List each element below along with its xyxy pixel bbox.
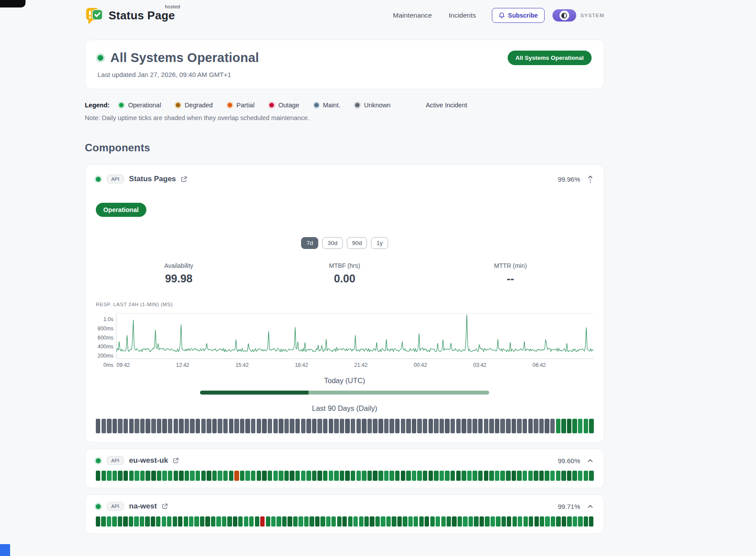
uptime-tick[interactable] [378, 419, 383, 433]
uptime-tick[interactable] [205, 516, 210, 527]
uptime-tick[interactable] [472, 419, 477, 433]
uptime-tick[interactable] [331, 516, 336, 527]
uptime-tick[interactable] [478, 471, 483, 481]
uptime-tick[interactable] [151, 516, 155, 527]
uptime-tick[interactable] [96, 471, 100, 481]
uptime-tick[interactable] [401, 419, 405, 433]
uptime-tick[interactable] [200, 516, 204, 527]
uptime-tick[interactable] [386, 516, 391, 527]
uptime-tick[interactable] [218, 471, 222, 481]
uptime-tick[interactable] [124, 471, 128, 481]
uptime-tick[interactable] [362, 471, 366, 481]
uptime-tick[interactable] [561, 471, 566, 481]
uptime-tick[interactable] [529, 516, 533, 527]
uptime-tick[interactable] [145, 516, 149, 527]
uptime-tick[interactable] [356, 419, 361, 433]
uptime-tick[interactable] [342, 516, 347, 527]
uptime-tick[interactable] [240, 471, 244, 481]
uptime-tick[interactable] [190, 471, 194, 481]
uptime-tick[interactable] [528, 471, 533, 481]
uptime-tick[interactable] [584, 419, 588, 433]
uptime-tick[interactable] [216, 516, 221, 527]
uptime-tick[interactable] [129, 419, 134, 433]
uptime-tick[interactable] [157, 419, 161, 433]
uptime-tick[interactable] [229, 471, 233, 481]
uptime-tick[interactable] [562, 516, 566, 527]
uptime-tick[interactable] [414, 516, 418, 527]
uptime-tick[interactable] [378, 471, 383, 481]
uptime-tick[interactable] [279, 471, 283, 481]
uptime-tick[interactable] [392, 516, 396, 527]
uptime-tick[interactable] [162, 419, 167, 433]
uptime-tick[interactable] [179, 471, 183, 481]
response-time-chart[interactable]: 1.0s800ms600ms400ms200ms0ms [96, 313, 593, 359]
uptime-tick[interactable] [458, 516, 462, 527]
uptime-tick[interactable] [107, 419, 111, 433]
uptime-tick[interactable] [484, 471, 488, 481]
uptime-tick[interactable] [406, 471, 411, 481]
uptime-tick[interactable] [373, 419, 377, 433]
uptime-tick[interactable] [584, 471, 588, 481]
uptime-tick[interactable] [301, 419, 305, 433]
uptime-tick[interactable] [364, 516, 369, 527]
uptime-tick[interactable] [373, 471, 377, 481]
uptime-tick[interactable] [189, 516, 193, 527]
uptime-tick[interactable] [140, 471, 145, 481]
uptime-tick[interactable] [340, 419, 344, 433]
uptime-tick[interactable] [134, 516, 138, 527]
uptime-tick[interactable] [179, 419, 183, 433]
collapse-component-icon[interactable] [587, 176, 593, 183]
uptime-tick[interactable] [572, 471, 577, 481]
uptime-tick[interactable] [381, 516, 385, 527]
uptime-tick[interactable] [534, 419, 538, 433]
uptime-tick[interactable] [317, 471, 322, 481]
uptime-tick[interactable] [506, 419, 510, 433]
uptime-tick[interactable] [257, 471, 261, 481]
uptime-tick[interactable] [298, 516, 303, 527]
uptime-tick[interactable] [178, 516, 182, 527]
uptime-tick[interactable] [207, 419, 211, 433]
uptime-tick[interactable] [550, 471, 555, 481]
uptime-tick[interactable] [423, 419, 427, 433]
uptime-tick[interactable] [523, 471, 527, 481]
uptime-tick[interactable] [401, 471, 405, 481]
uptime-tick[interactable] [96, 516, 100, 527]
uptime-tick[interactable] [118, 471, 122, 481]
uptime-tick[interactable] [495, 419, 499, 433]
uptime-tick[interactable] [320, 516, 325, 527]
uptime-tick[interactable] [436, 516, 440, 527]
uptime-tick[interactable] [96, 419, 100, 433]
uptime-tick[interactable] [451, 419, 455, 433]
uptime-tick[interactable] [134, 471, 139, 481]
uptime-tick[interactable] [304, 516, 309, 527]
uptime-tick[interactable] [467, 419, 472, 433]
uptime-tick[interactable] [295, 471, 300, 481]
uptime-tick[interactable] [348, 516, 353, 527]
uptime-tick[interactable] [268, 471, 272, 481]
uptime-tick[interactable] [523, 516, 528, 527]
uptime-tick[interactable] [452, 516, 456, 527]
uptime-tick[interactable] [556, 419, 560, 433]
uptime-tick[interactable] [478, 419, 483, 433]
uptime-tick[interactable] [502, 516, 506, 527]
uptime-tick[interactable] [129, 516, 133, 527]
uptime-tick[interactable] [451, 471, 455, 481]
uptime-tick[interactable] [326, 516, 331, 527]
uptime-tick[interactable] [578, 471, 582, 481]
uptime-tick[interactable] [124, 419, 128, 433]
uptime-tick[interactable] [545, 471, 549, 481]
uptime-tick[interactable] [329, 419, 333, 433]
uptime-tick[interactable] [279, 419, 283, 433]
uptime-tick[interactable] [212, 419, 217, 433]
uptime-tick[interactable] [408, 516, 413, 527]
uptime-tick[interactable] [589, 516, 593, 527]
uptime-tick[interactable] [534, 471, 538, 481]
uptime-tick[interactable] [429, 471, 433, 481]
uptime-tick[interactable] [512, 419, 516, 433]
uptime-tick[interactable] [474, 516, 478, 527]
range-button-7d[interactable]: 7d [301, 237, 318, 249]
uptime-tick[interactable] [389, 419, 394, 433]
uptime-tick[interactable] [201, 471, 206, 481]
uptime-tick[interactable] [412, 419, 416, 433]
uptime-tick[interactable] [234, 419, 239, 433]
